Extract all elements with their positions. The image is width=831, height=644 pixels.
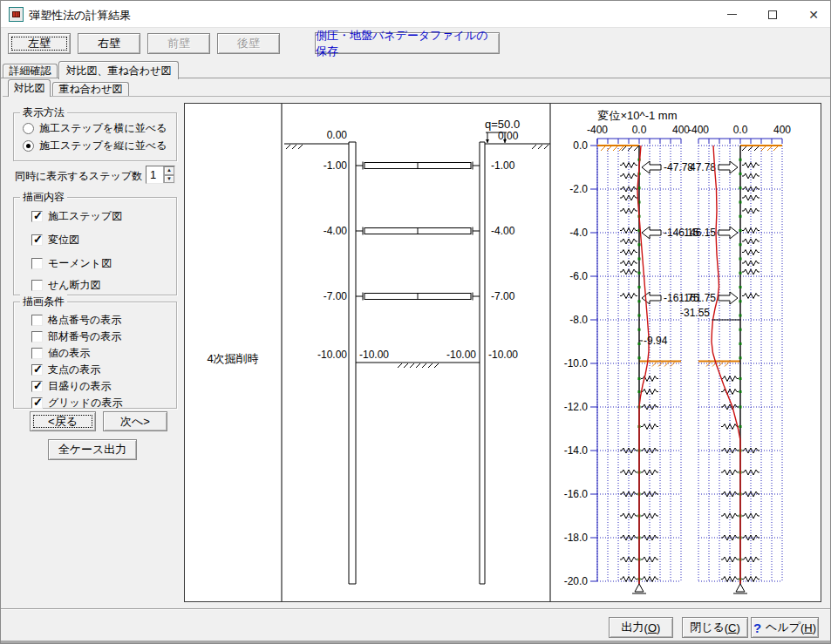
excavation-and-displacement-drawing: 4次掘削時-1.00-1.00-4.00-4.00-7.00-7.000.00-… — [185, 104, 821, 601]
checkbox-node-number-box[interactable] — [31, 315, 43, 326]
wall-node-dot — [739, 258, 742, 261]
wall-node-dot — [638, 300, 641, 302]
close-button[interactable]: ✕ — [794, 1, 831, 28]
strut-force-arrow-icon — [719, 161, 738, 173]
strut-depth-label: -7.00 — [491, 290, 515, 302]
checkbox-scale[interactable]: 目盛りの表示 — [31, 379, 112, 394]
minimize-button[interactable] — [712, 1, 752, 28]
soil-spring-icon — [620, 250, 637, 255]
checkbox-supports-box[interactable] — [31, 364, 43, 376]
draw-condition-group: 描画条件 格点番号の表示 部材番号の表示 値の表示 支点の表示 目盛りの表示 グ… — [13, 302, 177, 409]
checkbox-shear-label: せん断力図 — [48, 278, 101, 293]
y-axis-tick-label: -12.0 — [564, 401, 589, 413]
wall-node-dot — [638, 356, 641, 359]
wall-node-dot — [739, 300, 742, 302]
all-cases-output-button[interactable]: 全ケース出力 — [48, 439, 137, 460]
soil-spring-icon — [620, 239, 637, 244]
x-axis-tick-label: -400 — [688, 124, 709, 136]
displacement-value-label: -31.55 — [680, 307, 710, 319]
checkbox-values-label: 値の表示 — [48, 346, 90, 361]
radio-steps-horizontal-circle[interactable] — [23, 123, 34, 134]
step-count-value[interactable]: 1 — [146, 166, 163, 183]
back-wall-button: 後壁 — [217, 33, 280, 54]
tab-detail-check[interactable]: 詳細確認 — [3, 64, 58, 78]
checkbox-shear[interactable]: せん断力図 — [31, 278, 101, 293]
excavation-level-label: -10.00 — [317, 349, 347, 361]
soil-spring-icon — [620, 513, 637, 519]
front-wall-label: 前壁 — [167, 36, 190, 51]
surcharge-level-label: 0.00 — [498, 130, 519, 142]
y-axis-tick-label: -20.0 — [564, 575, 589, 587]
drawing-panel: 4次掘削時-1.00-1.00-4.00-4.00-7.00-7.000.00-… — [184, 103, 821, 602]
soil-spring-icon — [742, 250, 759, 255]
checkbox-displacement-box[interactable] — [31, 234, 43, 246]
save-spring-data-button[interactable]: 側圧・地盤バネデータファイルの保存 — [315, 32, 500, 54]
surcharge-label: q=50.0 — [485, 118, 520, 131]
checkbox-displacement[interactable]: 変位図 — [31, 233, 79, 247]
checkbox-node-number[interactable]: 格点番号の表示 — [31, 313, 121, 328]
checkbox-supports[interactable]: 支点の表示 — [31, 363, 100, 377]
wall-node-dot — [739, 390, 742, 393]
close-icon: ✕ — [808, 9, 819, 21]
checkbox-member-number-box[interactable] — [31, 331, 43, 342]
strut-depth-label: -7.00 — [324, 290, 348, 302]
checkbox-moment-box[interactable] — [31, 258, 43, 269]
checkbox-scale-box[interactable] — [31, 381, 43, 392]
maximize-button[interactable] — [753, 1, 793, 28]
tab-overlay[interactable]: 重ね合わせ図 — [52, 82, 129, 96]
strut-force-arrow-icon — [642, 161, 661, 173]
tab-comparison-label: 対比図 — [14, 81, 45, 96]
close-dialog-button-label: 閉じる — [690, 620, 725, 635]
back-wall-label: 後壁 — [237, 36, 260, 51]
checkbox-member-number[interactable]: 部材番号の表示 — [31, 329, 121, 344]
window-bottom-edge — [1, 641, 830, 643]
checkbox-grid-box[interactable] — [31, 397, 43, 409]
radio-steps-vertical[interactable]: 施工ステップを縦に並べる — [23, 139, 167, 153]
soil-spring-icon — [641, 513, 658, 519]
tab-comparison[interactable]: 対比図 — [8, 79, 51, 97]
checkbox-construction-step-box[interactable] — [31, 211, 43, 222]
strut-force-value: 47.78 — [690, 161, 716, 173]
back-button[interactable]: <戻る — [30, 411, 96, 431]
soil-spring-icon — [742, 173, 759, 179]
right-wall-button[interactable]: 右壁 — [78, 33, 140, 54]
wall-node-dot — [638, 329, 641, 331]
save-spring-data-label: 側圧・地盤バネデータファイルの保存 — [316, 28, 499, 59]
wall-node-dot — [638, 258, 641, 261]
help-question-icon: ? — [753, 620, 761, 635]
soil-spring-icon — [742, 513, 759, 519]
x-axis-tick-label: 0.0 — [733, 124, 748, 136]
checkbox-grid[interactable]: グリッドの表示 — [31, 396, 122, 410]
spin-down-button[interactable]: ▼ — [164, 175, 174, 184]
step-count-spinner[interactable]: 1 ▲ ▼ — [146, 166, 175, 184]
window-title: 弾塑性法の計算結果 — [29, 8, 131, 24]
radio-steps-vertical-label: 施工ステップを縦に並べる — [39, 139, 167, 153]
checkbox-values[interactable]: 値の表示 — [31, 346, 90, 361]
radio-steps-vertical-circle[interactable] — [23, 140, 34, 152]
step-count-label: 同時に表示するステップ数 — [15, 169, 142, 184]
checkbox-values-box[interactable] — [31, 348, 43, 359]
wall-node-dot — [638, 390, 641, 393]
close-dialog-button[interactable]: 閉じる(C) — [682, 617, 748, 638]
soil-spring-icon — [620, 173, 637, 179]
checkbox-construction-step[interactable]: 施工ステップ図 — [31, 209, 122, 224]
checkbox-moment[interactable]: モーメント図 — [31, 256, 112, 271]
output-button[interactable]: 出力(O) — [609, 617, 673, 638]
y-axis-tick-label: -16.0 — [564, 488, 589, 500]
checkbox-moment-label: モーメント図 — [48, 256, 112, 271]
y-axis-tick-label: 0.0 — [573, 139, 588, 152]
dialog-window: 弾塑性法の計算結果 ✕ 左壁 右壁 前壁 後壁 側圧・地盤バネデータファイルの保… — [0, 0, 831, 644]
checkbox-supports-label: 支点の表示 — [48, 363, 100, 377]
draw-content-group: 描画内容 施工ステップ図 変位図 モーメント図 せん断力図 — [13, 197, 177, 295]
strut-depth-label: -1.00 — [324, 159, 348, 172]
spin-up-button[interactable]: ▲ — [164, 166, 174, 175]
displacement-value-label: -9.94 — [644, 335, 668, 347]
left-wall-button[interactable]: 左壁 — [8, 33, 71, 54]
help-button[interactable]: ? ヘルプ(H) — [751, 617, 819, 638]
construction-step-label: 4次掘削時 — [207, 352, 258, 365]
radio-steps-horizontal[interactable]: 施工ステップを横に並べる — [23, 121, 167, 136]
checkbox-shear-box[interactable] — [31, 280, 43, 291]
next-button[interactable]: 次へ> — [103, 411, 167, 431]
tab-comparison-overlay[interactable]: 対比図、重ね合わせ図 — [58, 61, 179, 79]
wall-node-dot — [739, 159, 742, 161]
